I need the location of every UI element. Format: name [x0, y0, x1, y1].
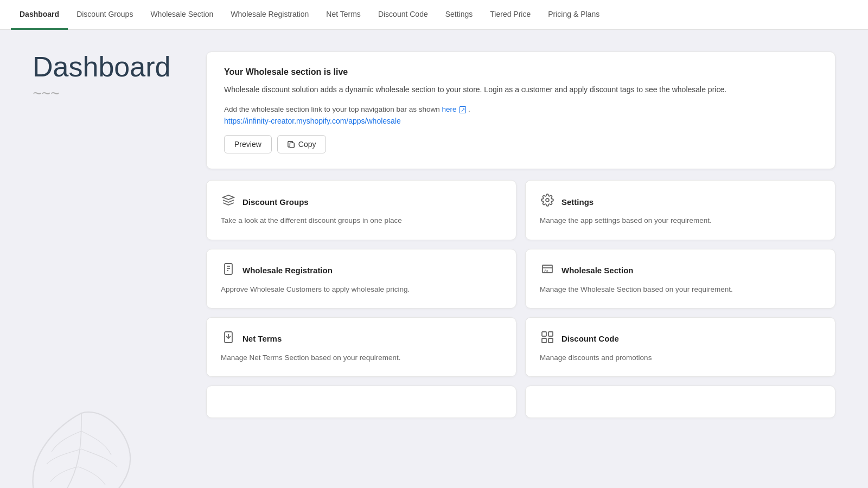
svg-text:Aa: Aa	[544, 269, 548, 272]
settings-icon	[540, 194, 555, 210]
wholesale-registration-icon	[221, 262, 236, 279]
discount-code-title: Discount Code	[561, 334, 619, 343]
wholesale-section-desc: Manage the Wholesale Section based on yo…	[540, 284, 821, 295]
main-nav: Dashboard Discount Groups Wholesale Sect…	[0, 0, 868, 30]
copy-label: Copy	[298, 140, 316, 149]
copy-icon	[288, 140, 295, 148]
nav-item-discount-groups[interactable]: Discount Groups	[68, 0, 142, 30]
main-content: Dashboard ~~~ Your Wholesale section is …	[0, 30, 868, 440]
feature-card-wholesale-registration[interactable]: Wholesale Registration Approve Wholesale…	[206, 249, 516, 309]
nav-item-settings[interactable]: Settings	[437, 0, 482, 30]
page-title: Dashboard	[33, 52, 184, 82]
wholesale-section-title: Wholesale Section	[561, 266, 634, 275]
external-link-icon: ↗	[459, 106, 466, 113]
card-header-net-terms: Net Terms	[221, 331, 502, 347]
info-card-description: Wholesale discount solution adds a dynam…	[224, 84, 818, 95]
discount-groups-icon	[221, 194, 236, 210]
wholesale-registration-title: Wholesale Registration	[242, 266, 333, 275]
note-period: .	[468, 105, 470, 113]
wholesale-registration-desc: Approve Wholesale Customers to apply who…	[221, 284, 502, 295]
title-decoration: ~~~	[33, 85, 184, 102]
nav-item-discount-code[interactable]: Discount Code	[369, 0, 437, 30]
copy-button[interactable]: Copy	[277, 135, 327, 153]
feature-card-placeholder-2[interactable]	[525, 386, 835, 418]
svg-rect-0	[290, 143, 294, 148]
right-panel: Your Wholesale section is live Wholesale…	[206, 52, 835, 418]
feature-card-settings[interactable]: Settings Manage the app settings based o…	[525, 180, 835, 240]
card-header-discount-groups: Discount Groups	[221, 194, 502, 210]
feature-card-discount-code[interactable]: Discount Code Manage discounts and promo…	[525, 317, 835, 377]
settings-title: Settings	[561, 197, 593, 207]
wholesale-url-link[interactable]: https://infinity-creator.myshopify.com/a…	[224, 117, 818, 125]
net-terms-title: Net Terms	[242, 334, 282, 343]
leaf-decoration-icon	[22, 407, 141, 488]
feature-card-discount-groups[interactable]: Discount Groups Take a look at the diffe…	[206, 180, 516, 240]
svg-point-1	[546, 198, 549, 202]
info-card-title: Your Wholesale section is live	[224, 67, 818, 77]
card-header-settings: Settings	[540, 194, 821, 210]
svg-rect-14	[548, 338, 553, 343]
svg-rect-13	[542, 338, 546, 343]
info-card: Your Wholesale section is live Wholesale…	[206, 52, 835, 169]
here-link[interactable]: here ↗	[442, 105, 469, 113]
nav-item-pricing-plans[interactable]: Pricing & Plans	[539, 0, 608, 30]
feature-card-placeholder-1[interactable]	[206, 386, 516, 418]
discount-code-icon	[540, 331, 555, 347]
feature-card-wholesale-section[interactable]: Aa Wholesale Section Manage the Wholesal…	[525, 249, 835, 309]
info-card-note: Add the wholesale section link to your t…	[224, 105, 818, 113]
nav-item-wholesale-section[interactable]: Wholesale Section	[142, 0, 222, 30]
card-header-wholesale-section: Aa Wholesale Section	[540, 262, 821, 279]
feature-cards-grid: Discount Groups Take a look at the diffe…	[206, 180, 835, 418]
discount-code-desc: Manage discounts and promotions	[540, 352, 821, 363]
card-header-discount-code: Discount Code	[540, 331, 821, 347]
net-terms-desc: Manage Net Terms Section based on your r…	[221, 352, 502, 363]
svg-rect-12	[548, 332, 553, 336]
card-header-wholesale-registration: Wholesale Registration	[221, 262, 502, 279]
nav-note-text: Add the wholesale section link to your t…	[224, 105, 440, 113]
svg-rect-11	[542, 332, 546, 336]
action-buttons: Preview Copy	[224, 135, 818, 153]
nav-item-tiered-price[interactable]: Tiered Price	[481, 0, 539, 30]
discount-groups-desc: Take a look at the different discount gr…	[221, 215, 502, 226]
left-panel: Dashboard ~~~	[33, 52, 184, 418]
nav-item-dashboard[interactable]: Dashboard	[11, 0, 68, 30]
preview-label: Preview	[234, 140, 261, 149]
discount-groups-title: Discount Groups	[242, 197, 309, 207]
settings-desc: Manage the app settings based on your re…	[540, 215, 821, 226]
nav-item-net-terms[interactable]: Net Terms	[317, 0, 369, 30]
wholesale-section-icon: Aa	[540, 262, 555, 279]
feature-card-net-terms[interactable]: Net Terms Manage Net Terms Section based…	[206, 317, 516, 377]
net-terms-icon	[221, 331, 236, 347]
svg-rect-2	[225, 264, 232, 274]
preview-button[interactable]: Preview	[224, 135, 272, 153]
nav-item-wholesale-registration[interactable]: Wholesale Registration	[222, 0, 317, 30]
